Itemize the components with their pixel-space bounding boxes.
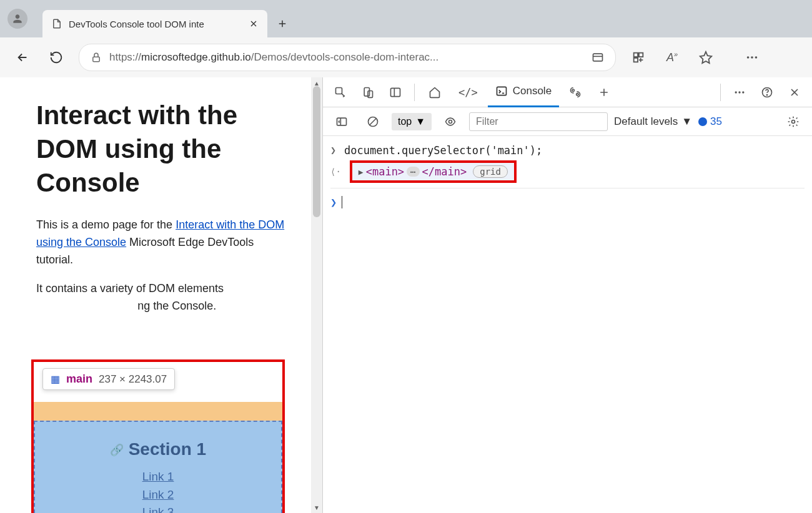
url-text: https://microsoftedge.github.io/Demos/de… <box>109 51 584 64</box>
page-content-pane: Interact with the DOM using the Console … <box>0 77 322 513</box>
console-code: document.querySelector('main'); <box>344 144 542 157</box>
svg-point-13 <box>572 89 574 91</box>
scrollbar-thumb[interactable] <box>313 86 320 217</box>
element-tooltip: ▦ main 237 × 2243.07 <box>42 368 175 390</box>
filter-input[interactable] <box>469 112 608 131</box>
svg-rect-2 <box>634 53 638 57</box>
grid-badge[interactable]: grid <box>473 165 508 178</box>
page-heading: Interact with the DOM using the Console <box>36 99 291 199</box>
list-link[interactable]: Link 1 <box>142 470 174 483</box>
toolbar: https://microsoftedge.github.io/Demos/de… <box>0 37 812 77</box>
inspect-element-icon[interactable] <box>328 80 353 105</box>
svg-rect-12 <box>497 87 506 95</box>
svg-rect-4 <box>634 58 638 62</box>
input-chevron-icon: ❯ <box>330 145 339 156</box>
console-output-area[interactable]: ❯ document.querySelector('main'); ⟨· ▶ <… <box>323 136 812 215</box>
address-bar[interactable]: https://microsoftedge.github.io/Demos/de… <box>79 44 616 71</box>
svg-point-6 <box>751 56 753 59</box>
svg-rect-10 <box>368 90 373 97</box>
annotation-highlight-output[interactable]: ▶ <main> ⋯ </main> grid <box>350 160 517 183</box>
dock-side-icon[interactable] <box>383 80 408 105</box>
svg-rect-20 <box>337 118 347 125</box>
toggle-sidebar-icon[interactable] <box>329 109 354 134</box>
margin-highlight <box>34 402 282 421</box>
list-link[interactable]: Link 2 <box>142 488 174 501</box>
close-icon[interactable] <box>249 19 259 29</box>
refresh-button[interactable] <box>45 46 67 69</box>
console-input-row: ❯ document.querySelector('main'); <box>330 142 805 159</box>
vertical-scrollbar[interactable]: ▲ ▼ <box>311 77 322 513</box>
tab-welcome[interactable] <box>421 77 448 107</box>
list-link[interactable]: Link 3 <box>142 506 174 513</box>
tab-title: DevTools Console tool DOM inte <box>69 19 242 29</box>
svg-point-22 <box>449 120 452 123</box>
lock-icon <box>91 52 102 63</box>
clear-console-icon[interactable] <box>360 109 385 134</box>
read-aloud-icon[interactable]: A» <box>661 46 683 69</box>
browser-chrome: DevTools Console tool DOM inte https://m… <box>0 0 812 77</box>
reader-icon[interactable] <box>592 51 604 64</box>
more-tabs-icon[interactable] <box>592 80 616 105</box>
page-icon <box>51 18 62 29</box>
description-paragraph: It contains a variety of DOM elements hi… <box>36 280 291 315</box>
tab-elements[interactable]: </> <box>451 77 485 107</box>
link-icon: 🔗 <box>110 444 124 456</box>
intro-paragraph: This is a demo page for the Interact wit… <box>36 217 291 269</box>
svg-point-19 <box>766 94 767 95</box>
section-1: 🔗 Section 1 Link 1 Link 2 Link 3 Link 4 … <box>34 428 282 513</box>
svg-rect-3 <box>639 53 643 57</box>
prompt-chevron-icon: ❯ <box>330 196 337 208</box>
console-prompt-row[interactable]: ❯ <box>330 192 805 208</box>
tooltip-dimensions: 237 × 2243.07 <box>99 373 167 386</box>
more-menu-icon[interactable] <box>741 46 763 69</box>
svg-point-7 <box>755 56 758 59</box>
tab-bar: DevTools Console tool DOM inte <box>0 0 812 37</box>
favorites-icon[interactable] <box>695 46 717 69</box>
tooltip-tag: main <box>66 373 92 386</box>
help-icon[interactable] <box>755 80 780 105</box>
chevron-down-icon: ▼ <box>681 115 692 128</box>
svg-point-16 <box>738 91 740 93</box>
section-heading: 🔗 Section 1 <box>34 439 282 459</box>
close-devtools-icon[interactable] <box>782 80 807 105</box>
console-output-row: ⟨· ▶ <main> ⋯ </main> grid <box>330 159 805 188</box>
text-cursor <box>342 196 342 208</box>
svg-rect-1 <box>593 54 603 61</box>
scroll-down-arrow[interactable]: ▼ <box>311 502 322 513</box>
ellipsis-icon[interactable]: ⋯ <box>407 167 419 177</box>
grid-icon: ▦ <box>51 373 60 385</box>
device-emulation-icon[interactable] <box>355 80 380 105</box>
svg-point-23 <box>792 120 795 123</box>
back-button[interactable] <box>11 46 34 69</box>
new-tab-button[interactable] <box>270 11 295 36</box>
svg-rect-9 <box>364 87 369 95</box>
svg-rect-11 <box>391 88 400 96</box>
profile-avatar[interactable] <box>7 9 27 29</box>
output-chevron-icon: ⟨· <box>330 167 341 177</box>
svg-point-15 <box>735 91 737 93</box>
live-expression-icon[interactable] <box>438 109 463 134</box>
chevron-down-icon: ▼ <box>415 116 425 127</box>
devtools-panel: </> Console top ▼ Default levels ▼ 35 <box>322 77 812 513</box>
devtools-tab-bar: </> Console <box>323 77 812 107</box>
issues-counter[interactable]: 35 <box>698 115 722 128</box>
tab-console[interactable]: Console <box>488 77 559 107</box>
console-settings-icon[interactable] <box>781 109 806 134</box>
collections-icon[interactable] <box>627 46 650 69</box>
expand-caret-icon[interactable]: ▶ <box>359 167 364 177</box>
svg-rect-8 <box>336 87 342 94</box>
console-filter-bar: top ▼ Default levels ▼ 35 <box>323 107 812 136</box>
browser-tab[interactable]: DevTools Console tool DOM inte <box>42 10 267 37</box>
tab-sources[interactable] <box>562 77 589 107</box>
more-tools-icon[interactable] <box>727 80 752 105</box>
log-levels-selector[interactable]: Default levels ▼ <box>614 115 692 128</box>
svg-rect-0 <box>93 57 100 62</box>
svg-point-14 <box>577 93 578 95</box>
svg-point-5 <box>747 56 750 59</box>
context-selector[interactable]: top ▼ <box>392 113 432 130</box>
svg-point-17 <box>742 91 744 93</box>
